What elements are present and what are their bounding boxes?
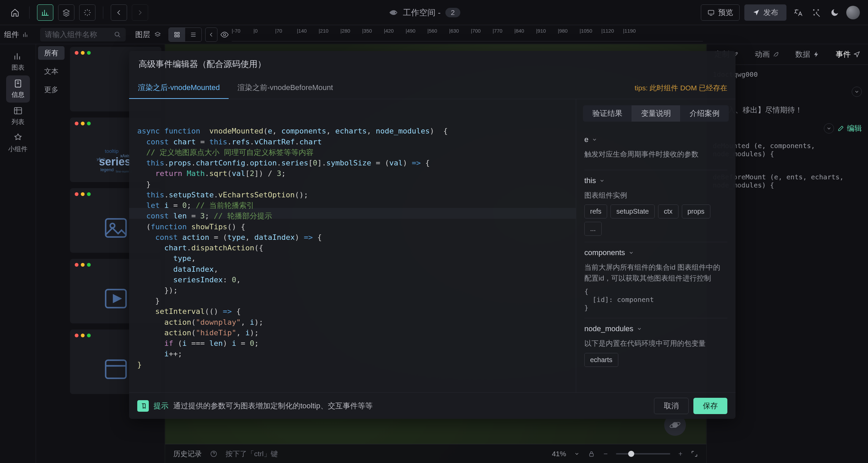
tab-vnodebeforemount[interactable]: 渲染之前-vnodeBeforeMount xyxy=(229,77,342,99)
chevron-down-icon[interactable] xyxy=(592,137,597,142)
var-nm-desc: 以下是内置在代码环境中可用的包变量 xyxy=(584,338,727,349)
workspace-title: 工作空间 - xyxy=(403,7,441,18)
eye-icon[interactable] xyxy=(217,28,232,42)
grid-view-icon[interactable] xyxy=(169,28,185,41)
zoom-value: 41% xyxy=(552,450,566,458)
tag[interactable]: setupState xyxy=(610,204,655,218)
var-e-head: e xyxy=(584,135,588,144)
svg-rect-8 xyxy=(14,108,21,114)
nav-chart[interactable]: 图表 xyxy=(6,48,30,75)
var-this-desc: 图表组件实例 xyxy=(584,190,727,201)
nav-widget[interactable]: 小组件 xyxy=(6,130,30,157)
history-label[interactable]: 历史记录 xyxy=(173,449,202,459)
chevron-down-icon[interactable] xyxy=(852,87,862,97)
pencil-icon xyxy=(837,125,844,132)
right-tab-data[interactable]: 数据 xyxy=(787,44,828,65)
language-icon[interactable] xyxy=(791,6,805,19)
ctrl-hint: 按下了「ctrl」键 xyxy=(226,449,278,459)
chip-more[interactable]: 更多 xyxy=(38,83,65,96)
svg-point-6 xyxy=(224,33,226,36)
hint-icon xyxy=(137,400,149,412)
event-editor-modal: 高级事件编辑器（配合源码使用） 渲染之后-vnodeMounted 渲染之前-v… xyxy=(129,51,736,419)
home-icon[interactable] xyxy=(8,6,22,19)
layer-view-toggle[interactable] xyxy=(169,28,202,42)
seg-vars[interactable]: 变量说明 xyxy=(632,105,680,122)
category-nav: 图表 信息 列表 小组件 xyxy=(0,44,36,463)
svg-text:xAxis: xAxis xyxy=(120,154,130,158)
edit-button[interactable]: 编辑 xyxy=(837,123,862,133)
var-comp-desc: 当前大屏内所有组件的集合id 图表组件中的配置id，可以获取其他图表组件进行控制 xyxy=(584,262,727,283)
magic-icon[interactable] xyxy=(810,6,823,19)
fish-icon xyxy=(389,8,398,17)
chevron-down-icon[interactable] xyxy=(824,123,834,133)
chip-all[interactable]: 所有 xyxy=(38,46,65,60)
cancel-button[interactable]: 取消 xyxy=(654,398,689,414)
hint-text: 通过提供的参数可为图表增加定制化的tooltip、交互事件等等 xyxy=(173,401,373,411)
svg-rect-4 xyxy=(175,35,176,37)
right-tab-events[interactable]: 事件 xyxy=(828,44,868,65)
svg-rect-22 xyxy=(590,453,594,456)
component-search-input[interactable]: 请输入组件名称 xyxy=(40,28,126,41)
toolbar-back-icon[interactable] xyxy=(111,4,127,21)
seg-validate[interactable]: 验证结果 xyxy=(583,105,632,122)
svg-text:legend: legend xyxy=(100,167,113,172)
tag[interactable]: echarts xyxy=(584,353,618,367)
nav-info[interactable]: 信息 xyxy=(6,75,30,103)
svg-rect-5 xyxy=(178,35,179,37)
svg-text:tooltip: tooltip xyxy=(105,148,118,154)
ruler-horizontal: |-70|0|70|140|210|280|350|420|490|560|63… xyxy=(232,28,703,41)
toolbar-layers-icon[interactable] xyxy=(58,4,74,21)
svg-rect-2 xyxy=(175,32,176,34)
secondrow: 组件 请输入组件名称 图层 |-70|0|70|140|210|280|350|… xyxy=(0,25,868,44)
tag[interactable]: ctx xyxy=(658,204,678,218)
topbar: 工作空间 - 2 预览 发布 xyxy=(0,0,868,25)
preview-button[interactable]: 预览 xyxy=(701,4,740,21)
nav-list[interactable]: 列表 xyxy=(6,103,30,130)
hint-label: 提示 xyxy=(154,401,169,411)
chevron-down-icon[interactable] xyxy=(628,250,634,255)
chevron-down-icon[interactable] xyxy=(574,451,580,457)
layer-label: 图层 xyxy=(135,30,150,40)
layers-icon xyxy=(154,31,161,38)
collapse-left-icon[interactable] xyxy=(205,28,217,42)
svg-point-1 xyxy=(115,32,119,36)
preview-label: 预览 xyxy=(718,7,733,18)
tag[interactable]: props xyxy=(682,204,710,218)
var-nm-head: node_modules xyxy=(584,324,633,333)
code-editor[interactable]: async function vnodeMounted(e, component… xyxy=(129,99,576,392)
right-tab-anim[interactable]: 动画 xyxy=(747,44,787,65)
list-view-icon[interactable] xyxy=(185,28,201,41)
bolt-icon xyxy=(813,51,820,58)
tag[interactable]: ... xyxy=(584,222,602,236)
leaf-icon xyxy=(773,51,779,58)
svg-rect-18 xyxy=(106,360,126,378)
chevron-down-icon[interactable] xyxy=(637,326,642,332)
var-this-head: this xyxy=(584,176,596,185)
bar-chart-icon xyxy=(22,31,29,38)
toolbar-chart-icon[interactable] xyxy=(37,4,53,21)
var-comp-codeblock: { [id]: component } xyxy=(584,287,727,312)
tab-vnodemounted[interactable]: 渲染之后-vnodeMounted xyxy=(129,77,229,99)
browser-icon xyxy=(101,356,131,383)
var-comp-head: components xyxy=(584,248,625,257)
svg-rect-15 xyxy=(106,219,126,237)
lock-icon[interactable] xyxy=(588,450,595,458)
help-icon[interactable] xyxy=(210,450,217,458)
avatar[interactable] xyxy=(846,6,860,19)
chip-text[interactable]: 文本 xyxy=(38,65,65,78)
expand-icon[interactable] xyxy=(691,450,698,458)
publish-button[interactable]: 发布 xyxy=(744,4,786,21)
seg-examples[interactable]: 介绍案例 xyxy=(680,105,729,122)
tag[interactable]: refs xyxy=(584,204,607,218)
components-label: 组件 xyxy=(4,30,19,40)
toolbar-settings-icon[interactable] xyxy=(79,4,95,21)
publish-label: 发布 xyxy=(763,7,778,18)
toolbar-forward-icon[interactable] xyxy=(132,4,148,21)
modal-title: 高级事件编辑器（配合源码使用） xyxy=(129,51,736,77)
zoom-slider[interactable] xyxy=(616,453,670,455)
moon-icon[interactable] xyxy=(828,6,842,19)
save-button[interactable]: 保存 xyxy=(693,398,727,414)
modal-tip: tips: 此时组件 DOM 已经存在 xyxy=(635,83,736,93)
send-icon xyxy=(853,51,860,58)
chevron-down-icon[interactable] xyxy=(599,178,605,183)
